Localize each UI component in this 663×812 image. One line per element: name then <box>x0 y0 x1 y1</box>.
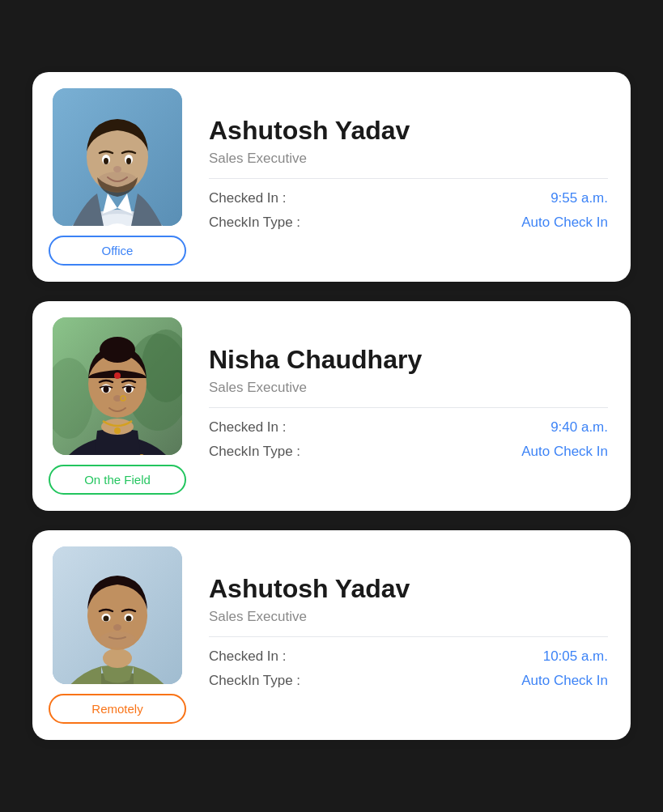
checkin-type-row-1: CheckIn Type : Auto Check In <box>209 215 608 231</box>
svg-point-39 <box>104 616 109 622</box>
status-badge-3: Remotely <box>49 694 186 724</box>
status-badge-2: On the Field <box>49 465 186 495</box>
checked-in-value-2: 9:40 a.m. <box>550 419 608 436</box>
checkin-type-value-1: Auto Check In <box>521 215 608 231</box>
avatar-3 <box>53 546 182 684</box>
svg-point-25 <box>100 337 135 363</box>
svg-point-26 <box>114 372 121 379</box>
svg-point-41 <box>113 624 121 631</box>
card-left-2: On the Field <box>49 317 186 495</box>
svg-point-23 <box>114 427 121 434</box>
checkin-type-row-2: CheckIn Type : Auto Check In <box>209 444 608 460</box>
employee-card-2: On the Field Nisha Chaudhary Sales Execu… <box>32 301 631 511</box>
person-name-2: Nisha Chaudhary <box>209 344 608 375</box>
person-role-2: Sales Executive <box>209 380 608 396</box>
status-badge-1: Office <box>49 236 186 266</box>
card-right-1: Ashutosh Yadav Sales Executive Checked I… <box>202 88 614 266</box>
svg-point-40 <box>126 616 132 622</box>
checked-in-row-1: Checked In : 9:55 a.m. <box>209 190 608 206</box>
checkin-type-label-2: CheckIn Type : <box>209 444 300 460</box>
divider-2 <box>209 407 608 408</box>
svg-point-30 <box>126 386 132 393</box>
card-left-1: Office <box>49 88 186 266</box>
divider-1 <box>209 178 608 179</box>
checkin-type-label-3: CheckIn Type : <box>209 673 300 689</box>
checked-in-label-1: Checked In : <box>209 190 286 206</box>
checked-in-label-2: Checked In : <box>209 419 286 436</box>
checked-in-row-3: Checked In : 10:05 a.m. <box>209 648 608 665</box>
person-name-3: Ashutosh Yadav <box>209 573 608 604</box>
card-right-3: Ashutosh Yadav Sales Executive Checked I… <box>202 546 614 724</box>
checked-in-row-2: Checked In : 9:40 a.m. <box>209 419 608 436</box>
employee-card-1: Office Ashutosh Yadav Sales Executive Ch… <box>32 72 631 282</box>
svg-point-29 <box>104 386 109 393</box>
checkin-type-value-3: Auto Check In <box>521 673 608 689</box>
svg-point-42 <box>100 631 135 648</box>
checked-in-value-1: 9:55 a.m. <box>550 190 608 206</box>
divider-3 <box>209 636 608 637</box>
svg-point-11 <box>113 166 121 172</box>
avatar-1 <box>53 88 182 226</box>
checkin-type-row-3: CheckIn Type : Auto Check In <box>209 673 608 689</box>
checked-in-value-3: 10:05 a.m. <box>543 648 608 665</box>
svg-point-35 <box>103 648 132 668</box>
card-left-3: Remotely <box>49 546 186 724</box>
svg-point-9 <box>104 158 108 164</box>
card-right-2: Nisha Chaudhary Sales Executive Checked … <box>202 317 614 495</box>
checkin-type-value-2: Auto Check In <box>521 444 608 460</box>
person-role-1: Sales Executive <box>209 151 608 167</box>
person-name-1: Ashutosh Yadav <box>209 115 608 146</box>
employee-card-3: Remotely Ashutosh Yadav Sales Executive … <box>32 530 631 740</box>
person-role-3: Sales Executive <box>209 609 608 625</box>
svg-point-10 <box>126 158 131 164</box>
checked-in-label-3: Checked In : <box>209 648 286 665</box>
checkin-type-label-1: CheckIn Type : <box>209 215 300 231</box>
avatar-2 <box>53 317 182 455</box>
